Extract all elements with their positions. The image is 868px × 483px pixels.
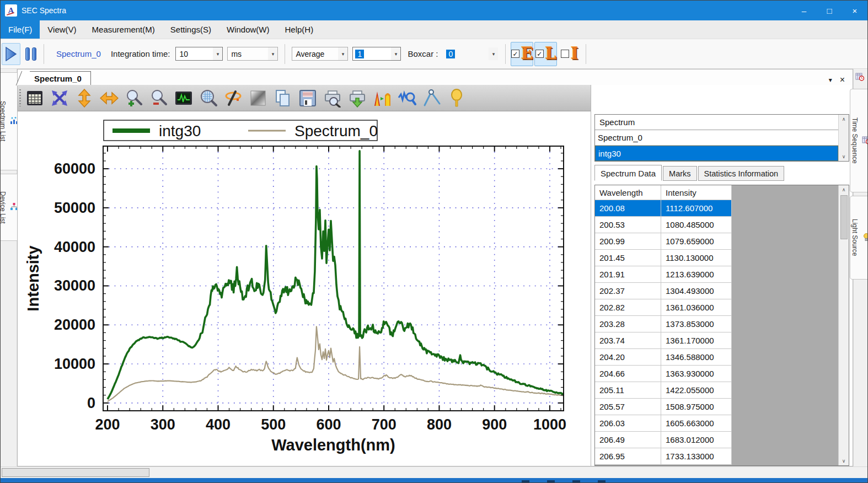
menu-item-file[interactable]: File(F) <box>1 20 40 39</box>
horizontal-scrollbar[interactable] <box>1 466 867 478</box>
spectrum-list-item-spectrum_0[interactable]: Spectrum_0 <box>595 130 838 146</box>
boxcar-combobox[interactable]: 0 ▾ <box>443 47 499 61</box>
toggle-e-button[interactable]: ✓E <box>511 42 533 66</box>
fit-vertical-icon[interactable] <box>73 87 96 110</box>
tab-marks[interactable]: Marks <box>663 166 696 181</box>
marker-pin-icon[interactable] <box>445 87 468 110</box>
time-sequence-icon <box>855 72 866 85</box>
spectrum-convert-icon[interactable] <box>371 87 394 110</box>
save-icon[interactable] <box>296 87 319 110</box>
close-button[interactable]: × <box>842 1 867 20</box>
table-row[interactable]: 202.82 1361.036000 <box>595 299 838 316</box>
tab-statistics-information[interactable]: Statistics Information <box>698 166 785 181</box>
fit-all-icon[interactable] <box>48 87 71 110</box>
print-export-icon[interactable] <box>346 87 369 110</box>
tab-spectrum-data[interactable]: Spectrum Data <box>594 165 662 181</box>
oscilloscope-icon[interactable] <box>172 87 195 110</box>
table-scrollbar[interactable]: ∧ ∨ <box>838 185 849 465</box>
table-row[interactable]: 205.57 1508.975000 <box>595 399 838 415</box>
dock-tab-time-sequence[interactable]: Time Sequence <box>850 89 868 192</box>
table-row[interactable]: 206.95 1733.133000 <box>595 448 838 465</box>
spectrum-list-scrollbar[interactable]: ∧ ∨ <box>838 115 849 161</box>
peak-search-icon[interactable] <box>395 87 419 110</box>
series-intg30 <box>108 151 564 399</box>
svg-text:40000: 40000 <box>54 239 95 255</box>
print-preview-icon[interactable] <box>321 87 344 110</box>
fit-horizontal-icon[interactable] <box>98 87 121 110</box>
data-table-icon[interactable] <box>23 87 46 110</box>
average-value-combobox[interactable]: 1 ▾ <box>352 47 401 61</box>
table-row[interactable]: 203.74 1361.170000 <box>595 332 838 349</box>
zoom-in-icon[interactable] <box>122 87 146 110</box>
dropdown-arrow-icon[interactable]: ▾ <box>338 47 347 60</box>
column-header-wavelength[interactable]: Wavelength <box>595 185 661 200</box>
table-row[interactable]: 202.37 1304.493000 <box>595 283 838 299</box>
intensity-cell: 1079.659000 <box>661 233 732 250</box>
dock-tab-spectrum-list[interactable]: Spectrum List <box>0 72 19 170</box>
wavelength-cell: 203.28 <box>595 316 661 332</box>
table-row[interactable]: 201.45 1130.130000 <box>595 250 838 266</box>
menu-item-settings[interactable]: Settings(S) <box>163 20 219 39</box>
table-row[interactable]: 200.99 1079.659000 <box>595 233 838 250</box>
minimize-button[interactable]: – <box>791 1 817 20</box>
menu-item-window[interactable]: Window(W) <box>219 20 277 39</box>
zoom-selection-icon[interactable] <box>197 87 220 110</box>
scrollbar-thumb[interactable] <box>840 195 848 239</box>
checkbox-icon[interactable]: ✓ <box>535 50 544 58</box>
intensity-cell: 1363.930000 <box>661 366 732 382</box>
table-row[interactable]: 206.03 1605.663000 <box>595 415 838 432</box>
maximize-button[interactable]: □ <box>817 1 842 20</box>
table-row[interactable]: 203.28 1373.853000 <box>595 316 838 332</box>
scroll-up-icon[interactable]: ∧ <box>842 185 846 194</box>
spectrum-list-item-intg30[interactable]: intg30 <box>595 146 838 161</box>
intensity-cell: 1346.588000 <box>661 349 732 366</box>
dropdown-arrow-icon[interactable]: ▾ <box>489 47 498 60</box>
wavelength-cell: 202.37 <box>595 283 661 299</box>
scroll-down-icon[interactable]: ∨ <box>842 152 846 161</box>
spectrum-chart[interactable]: 2003004005006007008009001000010000200003… <box>18 111 591 466</box>
table-row[interactable]: 201.91 1213.639000 <box>595 266 838 283</box>
dock-tab-light-source[interactable]: Light Source <box>850 196 868 280</box>
table-row[interactable]: 204.20 1346.588000 <box>595 349 838 366</box>
app-window: A SEC Spectra – □ × File(F)View(V)Measur… <box>0 0 868 483</box>
tab-close-icon[interactable]: × <box>840 75 845 85</box>
magic-wand-icon[interactable] <box>222 87 245 110</box>
svg-text:200: 200 <box>95 416 120 433</box>
menu-item-measurement[interactable]: Measurement(M) <box>84 20 163 39</box>
table-row[interactable]: 205.11 1422.055000 <box>595 382 838 399</box>
svg-text:10000: 10000 <box>54 356 95 372</box>
copy-icon[interactable] <box>271 87 294 110</box>
scrollbar-thumb[interactable] <box>2 468 149 477</box>
table-row[interactable]: 204.66 1363.930000 <box>595 366 838 382</box>
dropdown-arrow-icon[interactable]: ▾ <box>391 47 400 60</box>
angle-measure-icon[interactable] <box>420 87 443 110</box>
column-header-intensity[interactable]: Intensity <box>661 185 732 200</box>
table-row[interactable]: 206.49 1683.012000 <box>595 432 838 448</box>
menu-item-help[interactable]: Help(H) <box>277 20 321 39</box>
checkbox-icon[interactable] <box>561 50 569 58</box>
pause-button[interactable] <box>23 43 39 65</box>
toolbar-separator <box>285 44 285 64</box>
dock-tab-device-list[interactable]: Device List <box>0 174 19 241</box>
play-button[interactable] <box>2 43 20 65</box>
menu-item-view[interactable]: View(V) <box>40 20 84 39</box>
light-source-icon <box>862 233 868 243</box>
integration-unit-combobox[interactable]: ms ▾ <box>227 47 278 61</box>
scroll-down-icon[interactable]: ∨ <box>842 457 846 465</box>
scroll-up-icon[interactable]: ∧ <box>842 115 846 124</box>
toggle-l-button[interactable]: ✓L <box>534 42 557 66</box>
wavelength-cell: 200.99 <box>595 233 661 250</box>
table-row[interactable]: 200.08 1112.607000 <box>595 200 838 217</box>
average-combobox[interactable]: Average ▾ <box>292 47 348 61</box>
table-row[interactable]: 200.53 1080.485000 <box>595 217 838 233</box>
gradient-icon[interactable] <box>247 87 270 110</box>
tab-menu-icon[interactable]: ▾ <box>829 76 832 84</box>
checkbox-icon[interactable]: ✓ <box>511 50 519 58</box>
dropdown-arrow-icon[interactable]: ▾ <box>268 47 277 60</box>
dropdown-arrow-icon[interactable]: ▾ <box>213 47 222 60</box>
toggle-i-button[interactable]: I <box>558 42 581 66</box>
integration-time-combobox[interactable]: 10 ▾ <box>175 47 223 61</box>
zoom-out-icon[interactable] <box>147 87 170 110</box>
tab-spectrum-0[interactable]: Spectrum_0 <box>22 71 91 85</box>
toggle-letter: E <box>521 46 533 62</box>
